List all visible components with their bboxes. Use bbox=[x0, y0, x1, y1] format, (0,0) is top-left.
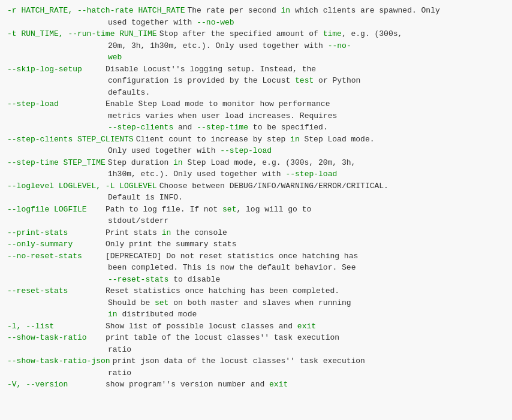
desc-loglevel-0: Choose between DEBUG/INFO/WARNING/ERROR/… bbox=[157, 180, 512, 192]
desc-line-reset-stats-1: Should be set on both master and slaves … bbox=[7, 297, 512, 309]
desc-step-load-0: Enable Step Load mode to monitor how per… bbox=[103, 98, 512, 110]
desc-line-no-reset-stats-1: been completed. This is now the default … bbox=[7, 262, 512, 274]
flag-line-run-time: -t RUN_TIME, --run-time RUN_TIMEStop aft… bbox=[7, 28, 512, 40]
desc-line-show-task-ratio-json-1: ratio bbox=[7, 367, 512, 379]
desc-skip-log-setup-2: defaults. bbox=[106, 87, 512, 99]
desc-line-step-load-1: metrics varies when user load increases.… bbox=[7, 110, 512, 122]
terminal-output: -r HATCH_RATE, --hatch-rate HATCH_RATETh… bbox=[7, 5, 512, 420]
desc-step-time-0: Step duration in Step Load mode, e.g. (3… bbox=[106, 157, 512, 169]
desc-step-clients-1: Only used together with --step-load bbox=[106, 145, 512, 157]
flag-line-loglevel: --loglevel LOGLEVEL, -L LOGLEVELChoose b… bbox=[7, 180, 512, 192]
desc-show-task-ratio-json-1: ratio bbox=[106, 367, 512, 379]
flag-line-only-summary: --only-summaryOnly print the summary sta… bbox=[7, 238, 512, 250]
desc-no-reset-stats-2: --reset-stats to disable bbox=[106, 274, 512, 286]
flag-line-skip-log-setup: --skip-log-setupDisable Locust''s loggin… bbox=[7, 64, 512, 75]
desc-show-task-ratio-1: ratio bbox=[106, 344, 512, 356]
desc-run-time-2: web bbox=[106, 52, 512, 64]
desc-line-skip-log-setup-1: configuration is provided by the Locust … bbox=[7, 75, 512, 87]
desc-line-show-task-ratio-1: ratio bbox=[7, 344, 512, 356]
desc-reset-stats-2: in distributed mode bbox=[106, 309, 512, 321]
desc-line-step-time-1: 1h30m, etc.). Only used together with --… bbox=[7, 168, 512, 180]
flag-line-list: -l, --listShow list of possible locust c… bbox=[7, 321, 512, 333]
flag-line-step-load: --step-loadEnable Step Load mode to moni… bbox=[7, 98, 512, 110]
flag-logfile: --logfile LOGFILE bbox=[7, 204, 103, 216]
desc-hatch-rate-0: The rate per second in which clients are… bbox=[185, 5, 512, 17]
desc-line-run-time-2: web bbox=[7, 52, 512, 64]
flag-line-no-reset-stats: --no-reset-stats[DEPRECATED] Do not rese… bbox=[7, 250, 512, 262]
flag-only-summary: --only-summary bbox=[7, 238, 103, 250]
flag-skip-log-setup: --skip-log-setup bbox=[7, 64, 103, 75]
flag-version: -V, --version bbox=[7, 379, 103, 391]
flag-hatch-rate: -r HATCH_RATE, --hatch-rate HATCH_RATE bbox=[7, 5, 185, 17]
desc-loglevel-1: Default is INFO. bbox=[106, 192, 512, 204]
desc-skip-log-setup-1: configuration is provided by the Locust … bbox=[106, 75, 512, 87]
desc-show-task-ratio-json-0: print json data of the locust classes'' … bbox=[110, 355, 512, 367]
flag-print-stats: --print-stats bbox=[7, 227, 103, 239]
flag-list: -l, --list bbox=[7, 321, 103, 333]
flag-line-step-clients: --step-clients STEP_CLIENTSClient count … bbox=[7, 134, 512, 146]
desc-list-0: Show list of possible locust classes and… bbox=[103, 321, 512, 333]
desc-run-time-1: 20m, 3h, 1h30m, etc.). Only used togethe… bbox=[106, 40, 512, 52]
desc-line-step-clients-1: Only used together with --step-load bbox=[7, 145, 512, 157]
desc-step-clients-0: Client count to increase by step in Step… bbox=[134, 134, 512, 146]
desc-reset-stats-0: Reset statistics once hatching has been … bbox=[103, 285, 512, 297]
flag-run-time: -t RUN_TIME, --run-time RUN_TIME bbox=[7, 28, 157, 40]
flag-line-logfile: --logfile LOGFILEPath to log file. If no… bbox=[7, 204, 512, 216]
desc-line-reset-stats-2: in distributed mode bbox=[7, 309, 512, 321]
flag-step-time: --step-time STEP_TIME bbox=[7, 157, 106, 169]
desc-line-logfile-1: stdout/stderr bbox=[7, 215, 512, 227]
desc-show-task-ratio-0: print table of the locust classes'' task… bbox=[103, 332, 512, 344]
flag-show-task-ratio: --show-task-ratio bbox=[7, 332, 103, 344]
flag-line-print-stats: --print-statsPrint stats in the console bbox=[7, 227, 512, 239]
desc-line-skip-log-setup-2: defaults. bbox=[7, 87, 512, 99]
flag-no-reset-stats: --no-reset-stats bbox=[7, 250, 103, 262]
desc-line-loglevel-1: Default is INFO. bbox=[7, 192, 512, 204]
flag-line-version: -V, --versionshow program''s version num… bbox=[7, 379, 512, 391]
flag-reset-stats: --reset-stats bbox=[7, 285, 103, 297]
desc-step-load-2: --step-clients and --step-time to be spe… bbox=[106, 122, 512, 134]
flag-line-hatch-rate: -r HATCH_RATE, --hatch-rate HATCH_RATETh… bbox=[7, 5, 512, 17]
flag-line-show-task-ratio-json: --show-task-ratio-jsonprint json data of… bbox=[7, 355, 512, 367]
desc-no-reset-stats-1: been completed. This is now the default … bbox=[106, 262, 512, 274]
desc-version-0: show program''s version number and exit bbox=[103, 379, 512, 391]
desc-step-load-1: metrics varies when user load increases.… bbox=[106, 110, 512, 122]
desc-step-time-1: 1h30m, etc.). Only used together with --… bbox=[106, 168, 512, 180]
desc-line-run-time-1: 20m, 3h, 1h30m, etc.). Only used togethe… bbox=[7, 40, 512, 52]
desc-run-time-0: Stop after the specified amount of time,… bbox=[157, 28, 512, 40]
flag-show-task-ratio-json: --show-task-ratio-json bbox=[7, 355, 110, 367]
flag-loglevel: --loglevel LOGLEVEL, -L LOGLEVEL bbox=[7, 180, 157, 192]
flag-step-load: --step-load bbox=[7, 98, 103, 110]
flag-line-step-time: --step-time STEP_TIMEStep duration in St… bbox=[7, 157, 512, 169]
desc-hatch-rate-1: used together with --no-web bbox=[106, 17, 512, 29]
desc-logfile-0: Path to log file. If not set, log will g… bbox=[103, 204, 512, 216]
flag-line-reset-stats: --reset-statsReset statistics once hatch… bbox=[7, 285, 512, 297]
flag-step-clients: --step-clients STEP_CLIENTS bbox=[7, 134, 134, 146]
desc-no-reset-stats-0: [DEPRECATED] Do not reset statistics onc… bbox=[103, 250, 512, 262]
desc-line-step-load-2: --step-clients and --step-time to be spe… bbox=[7, 122, 512, 134]
desc-logfile-1: stdout/stderr bbox=[106, 215, 512, 227]
desc-line-hatch-rate-1: used together with --no-web bbox=[7, 17, 512, 29]
flag-line-show-task-ratio: --show-task-ratioprint table of the locu… bbox=[7, 332, 512, 344]
desc-print-stats-0: Print stats in the console bbox=[103, 227, 512, 239]
desc-line-no-reset-stats-2: --reset-stats to disable bbox=[7, 274, 512, 286]
desc-skip-log-setup-0: Disable Locust''s logging setup. Instead… bbox=[103, 64, 512, 75]
desc-reset-stats-1: Should be set on both master and slaves … bbox=[106, 297, 512, 309]
desc-only-summary-0: Only print the summary stats bbox=[103, 238, 512, 250]
